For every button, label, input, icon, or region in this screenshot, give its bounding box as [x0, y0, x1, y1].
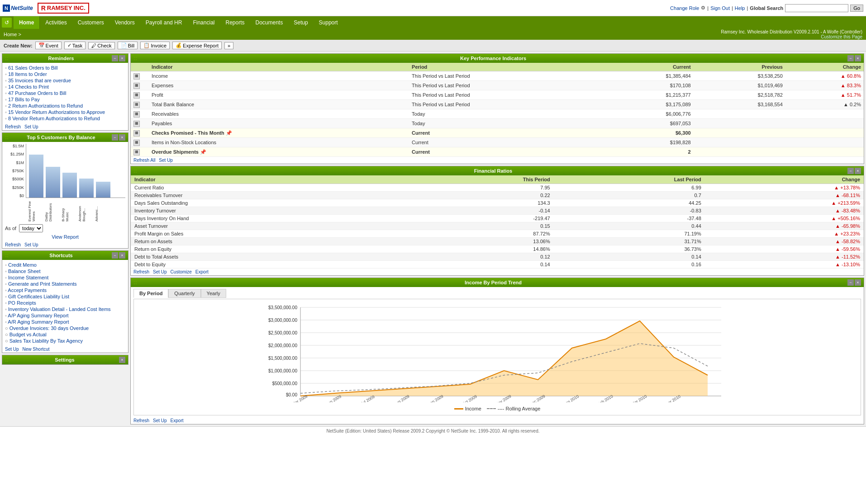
fr-close[interactable]: × — [855, 168, 861, 174]
settings-close[interactable]: × — [119, 357, 125, 363]
shortcut-po-receipts[interactable]: PO Receipts — [5, 300, 125, 306]
tab-quarterly[interactable]: Quarterly — [168, 289, 200, 298]
reminder-link[interactable]: 14 Checks to Print — [8, 84, 49, 89]
reminder-bills[interactable]: 17 Bills to Pay — [5, 96, 125, 103]
shortcut-inventory-valuation[interactable]: Inventory Valuation Detail - Landed Cost… — [5, 306, 125, 312]
shortcut-balance-sheet[interactable]: Balance Sheet — [5, 268, 125, 274]
tab-yearly[interactable]: Yearly — [201, 289, 226, 298]
shortcut-gift-certs[interactable]: Gift Certificates Liability List — [5, 293, 125, 300]
kpi-setup[interactable]: Set Up — [159, 158, 173, 163]
kpi-close[interactable]: × — [855, 55, 861, 61]
create-invoice-button[interactable]: 📋 Invoice — [140, 42, 170, 49]
reminder-invoices[interactable]: 35 Invoices that are overdue — [5, 77, 125, 84]
shortcut-ar-aging[interactable]: A/R Aging Summary Report — [5, 319, 125, 325]
nav-customers[interactable]: Customers — [72, 16, 109, 29]
shortcut-income-statement[interactable]: Income Statement — [5, 274, 125, 281]
reminder-link[interactable]: 8 Vendor Return Authorizations to Refund — [8, 116, 100, 121]
create-bill-button[interactable]: 📄 Bill — [118, 42, 138, 49]
kpi-minimize[interactable]: − — [847, 55, 854, 61]
reminder-link[interactable]: 18 Items to Order — [8, 71, 47, 77]
bar-bsharp[interactable] — [62, 173, 77, 198]
kpi-row-icon[interactable]: ▦ — [133, 111, 140, 118]
create-check-button[interactable]: 🖊 Check — [88, 42, 114, 49]
nav-vendors[interactable]: Vendors — [109, 16, 140, 29]
as-of-select[interactable]: today — [19, 224, 43, 232]
kpi-refresh-all[interactable]: Refresh All — [133, 158, 155, 163]
reminder-po[interactable]: 47 Purchase Orders to Bill — [5, 90, 125, 96]
reminder-vendor-refund[interactable]: 8 Vendor Return Authorizations to Refund — [5, 115, 125, 122]
shortcuts-minimize[interactable]: − — [112, 252, 118, 259]
reminder-link[interactable]: 2 Return Authorizations to Refund — [8, 103, 83, 108]
reminder-link[interactable]: 61 Sales Orders to Bill — [8, 65, 57, 71]
customize-page-link[interactable]: Customize this Page — [821, 34, 862, 39]
help-link[interactable]: Help — [735, 5, 745, 11]
shortcuts-new[interactable]: New Shortcut — [23, 347, 50, 352]
reminder-checks[interactable]: 14 Checks to Print — [5, 84, 125, 90]
reminder-link[interactable]: 15 Vendor Return Authorizations to Appro… — [8, 109, 105, 115]
sign-out-link[interactable]: Sign Out — [710, 5, 730, 11]
reminders-minimize[interactable]: − — [112, 55, 118, 61]
fr-minimize[interactable]: − — [847, 168, 854, 174]
reminders-refresh[interactable]: Refresh — [5, 124, 21, 129]
nav-documents[interactable]: Documents — [250, 16, 289, 29]
reminders-setup[interactable]: Set Up — [24, 124, 38, 129]
income-trend-setup[interactable]: Set Up — [153, 418, 167, 423]
income-trend-export[interactable]: Export — [171, 418, 184, 423]
top5-setup[interactable]: Set Up — [24, 242, 38, 247]
create-expense-button[interactable]: 💰 Expense Report — [172, 42, 222, 49]
fr-export[interactable]: Export — [195, 269, 209, 274]
nav-support[interactable]: Support — [314, 16, 343, 29]
reminder-link[interactable]: 35 Invoices that are overdue — [8, 78, 71, 83]
shortcut-overdue-invoices[interactable]: Overdue Invoices: 30 days Overdue — [5, 325, 125, 331]
top5-refresh[interactable]: Refresh — [5, 242, 21, 247]
global-search-input[interactable] — [785, 4, 848, 12]
nav-reports[interactable]: Reports — [220, 16, 250, 29]
bar-anderson[interactable] — [79, 179, 94, 198]
create-more-button[interactable]: » — [224, 42, 233, 49]
create-event-button[interactable]: 📅 Event — [35, 42, 62, 49]
kpi-row-icon[interactable]: ▦ — [133, 102, 140, 108]
reminder-items-order[interactable]: 18 Items to Order — [5, 71, 125, 77]
change-role-link[interactable]: Change Role — [670, 5, 699, 11]
nav-home[interactable]: Home — [14, 16, 40, 29]
nav-financial[interactable]: Financial — [187, 16, 220, 29]
bar-dalby[interactable] — [46, 167, 60, 198]
shortcut-generate-statements[interactable]: Generate and Print Statements — [5, 281, 125, 287]
kpi-row-icon[interactable]: ▦ — [133, 140, 140, 146]
fr-refresh[interactable]: Refresh — [133, 269, 149, 274]
nav-payroll[interactable]: Payroll and HR — [140, 16, 188, 29]
top5-minimize[interactable]: − — [112, 134, 118, 141]
top5-close[interactable]: × — [119, 134, 125, 141]
kpi-row-icon[interactable]: ▦ — [133, 73, 140, 80]
view-report-link[interactable]: View Report — [52, 234, 79, 240]
kpi-row-icon[interactable]: ▦ — [133, 83, 140, 89]
income-trend-refresh[interactable]: Refresh — [133, 418, 149, 423]
kpi-row-icon[interactable]: ▦ — [133, 149, 140, 155]
shortcut-credit-memo[interactable]: Credit Memo — [5, 262, 125, 268]
nav-refresh-icon[interactable]: ↺ — [2, 18, 12, 28]
reminder-link[interactable]: 47 Purchase Orders to Bill — [8, 90, 66, 96]
reminder-return-auth[interactable]: 2 Return Authorizations to Refund — [5, 103, 125, 109]
shortcuts-setup[interactable]: Set Up — [5, 347, 19, 352]
shortcuts-close[interactable]: × — [119, 252, 125, 259]
shortcut-accept-payments[interactable]: Accept Payments — [5, 287, 125, 293]
fr-customize[interactable]: Customize — [171, 269, 192, 274]
shortcut-ap-aging[interactable]: A/P Aging Summary Report — [5, 312, 125, 319]
fr-setup[interactable]: Set Up — [153, 269, 167, 274]
kpi-row-icon[interactable]: ▦ — [133, 92, 140, 99]
shortcut-sales-tax[interactable]: Sales Tax Liability By Tax Agency — [5, 338, 125, 344]
reminders-close[interactable]: × — [119, 55, 125, 61]
bar-everest[interactable] — [29, 155, 43, 198]
reminder-sales-orders[interactable]: 61 Sales Orders to Bill — [5, 65, 125, 71]
global-search-button[interactable]: Go — [850, 5, 863, 12]
create-task-button[interactable]: ✓ Task — [64, 42, 86, 49]
kpi-row-icon[interactable]: ▦ — [133, 121, 140, 127]
bar-advanc[interactable] — [96, 182, 110, 198]
reminder-link[interactable]: 17 Bills to Pay — [8, 97, 40, 102]
nav-activities[interactable]: Activities — [40, 16, 72, 29]
income-trend-minimize[interactable]: − — [847, 279, 854, 286]
nav-setup[interactable]: Setup — [288, 16, 313, 29]
income-trend-close[interactable]: × — [855, 279, 861, 286]
reminder-vendor-approve[interactable]: 15 Vendor Return Authorizations to Appro… — [5, 109, 125, 115]
tab-by-period[interactable]: By Period — [133, 289, 168, 298]
